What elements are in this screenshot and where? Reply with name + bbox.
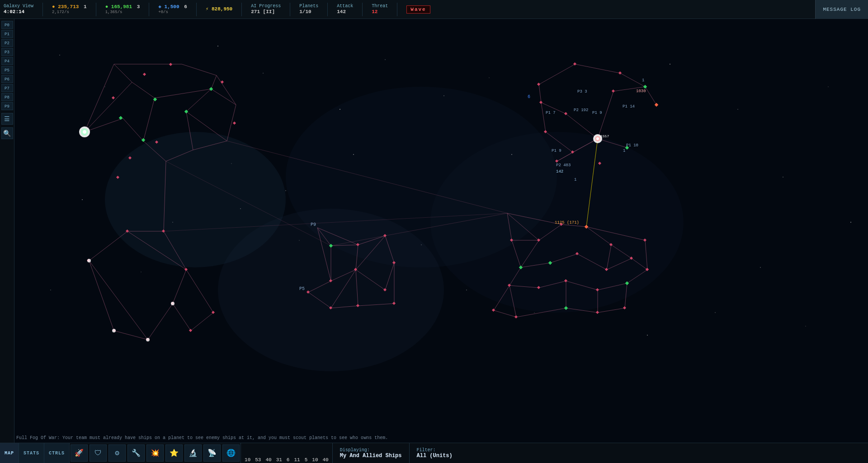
hud-ai-progress: AI Progress 271 [II] (251, 4, 281, 15)
map-svg: P9 P5 (14, 19, 868, 443)
hud-divider-5 (241, 3, 242, 16)
sidebar-btn-p8[interactable]: P8 (1, 93, 13, 101)
svg-point-20 (850, 222, 851, 223)
bottom-filter: Filter: All (Units) (410, 443, 460, 463)
svg-text:P9: P9 (311, 222, 316, 227)
svg-point-168 (87, 259, 91, 262)
svg-point-29 (466, 290, 467, 290)
svg-text:P1 7: P1 7 (546, 111, 556, 115)
ship-icon-5[interactable]: 💥 (146, 444, 164, 462)
svg-point-167 (171, 302, 175, 305)
ship-icon-8[interactable]: 📡 (203, 444, 221, 462)
ai-value: 271 [II] (251, 9, 281, 15)
metal-rate: 2,172/s (52, 10, 87, 15)
svg-point-22 (141, 271, 141, 272)
svg-point-27 (353, 154, 354, 155)
message-log-button[interactable]: MESSAGE LOG (815, 0, 868, 19)
energy-value: 828,950 (212, 6, 232, 12)
svg-point-16 (670, 64, 670, 65)
displaying-value[interactable]: My And Allied Ships (340, 453, 402, 459)
svg-point-17 (737, 109, 738, 109)
ship-icon-4[interactable]: 🔧 (127, 444, 145, 462)
hud-attack: Attack 142 (337, 4, 353, 15)
svg-point-32 (715, 312, 715, 313)
ship-icon-3[interactable]: ⚙ (108, 444, 126, 462)
fuel-value: 1,500 (165, 4, 179, 9)
filter-value[interactable]: All (Units) (417, 453, 453, 459)
tab-ctrls[interactable]: CTRLS (44, 443, 70, 463)
count-5: 6 (287, 457, 290, 463)
fuel-count: 6 (184, 4, 187, 9)
filter-label: Filter: (417, 448, 453, 453)
hud-divider-9 (397, 3, 397, 16)
sidebar-btn-p3[interactable]: P3 (1, 48, 13, 56)
galaxy-map[interactable]: P9 P5 (14, 19, 868, 443)
ship-icon-2[interactable]: 🛡 (90, 444, 107, 462)
ship-icon-9[interactable]: 🌐 (222, 444, 240, 462)
planets-label: Planets (299, 4, 318, 9)
count-2: 53 (255, 457, 261, 463)
count-4: 31 (276, 457, 282, 463)
svg-point-15 (511, 154, 512, 155)
ship-icon-1[interactable]: 🚀 (71, 444, 88, 462)
hud-divider-7 (327, 3, 328, 16)
sidebar-btn-p9[interactable]: P9 (1, 102, 13, 110)
sidebar-btn-p5[interactable]: P5 (1, 66, 13, 74)
metal-count: 1 (84, 4, 87, 9)
svg-text:P1 14: P1 14 (623, 104, 635, 109)
hud-metal: ● 235,713 1 2,172/s (52, 4, 87, 15)
crystal-value: 165,981 (111, 4, 132, 9)
svg-text:P1 9: P1 9 (552, 149, 561, 153)
svg-text:1030: 1030 (636, 89, 646, 94)
svg-point-28 (421, 244, 421, 245)
hud-divider-6 (290, 3, 290, 16)
svg-point-12 (385, 59, 385, 60)
count-9: 40 (322, 457, 328, 463)
svg-point-166 (146, 338, 150, 341)
ai-label: AI Progress (251, 4, 281, 9)
hud-divider-4 (196, 3, 197, 16)
count-7: 5 (305, 457, 308, 463)
hud-divider-3 (149, 3, 149, 16)
svg-point-155 (83, 130, 86, 134)
tab-stats[interactable]: STATS (19, 443, 44, 463)
svg-text:1: 1 (574, 178, 576, 182)
svg-text:1557: 1557 (600, 134, 609, 138)
count-3: 40 (265, 457, 271, 463)
bottom-bar: MAP STATS CTRLS 🚀 🛡 ⚙ 🔧 💥 ⭐ 🔬 📡 🌐 10 53 … (0, 443, 868, 463)
svg-point-8 (263, 73, 263, 73)
hud-divider-8 (362, 3, 363, 16)
svg-point-23 (82, 199, 83, 200)
bottom-icons-group: 🚀 🛡 ⚙ 🔧 💥 ⭐ 🔬 📡 🌐 (70, 443, 241, 463)
hud-divider-1 (42, 3, 43, 16)
svg-text:P2 403: P2 403 (556, 163, 571, 168)
sidebar-btn-p2[interactable]: P2 (1, 39, 13, 47)
svg-point-30 (534, 312, 534, 313)
count-8: 10 (312, 457, 318, 463)
hud-planets: Planets 1/10 (299, 4, 318, 15)
svg-text:P1 10: P1 10 (626, 143, 638, 148)
hud-view-title: Galaxy View 4:02:14 (4, 4, 33, 15)
attack-label: Attack (337, 4, 353, 9)
sidebar-icon-list[interactable]: ☰ (1, 113, 13, 125)
left-sidebar: P0 P1 P2 P3 P4 P5 P6 P7 P8 P9 ☰ 🔍 (0, 19, 14, 443)
bottom-numbers: 10 53 40 31 6 11 5 10 40 (241, 443, 333, 463)
sidebar-btn-p6[interactable]: P6 (1, 75, 13, 83)
ship-icon-7[interactable]: 🔬 (184, 444, 202, 462)
svg-text:P3 3: P3 3 (577, 89, 587, 94)
sidebar-btn-p4[interactable]: P4 (1, 57, 13, 65)
ship-icon-6[interactable]: ⭐ (165, 444, 183, 462)
count-1: 10 (245, 457, 250, 463)
sidebar-btn-p0[interactable]: P0 (1, 21, 13, 29)
svg-point-165 (112, 329, 116, 332)
svg-point-197 (596, 137, 599, 140)
svg-point-9 (285, 190, 286, 191)
svg-point-19 (828, 86, 828, 87)
count-6: 11 (294, 457, 300, 463)
tab-map[interactable]: MAP (0, 443, 19, 463)
sidebar-btn-p7[interactable]: P7 (1, 84, 13, 92)
fuel-rate: +0/s (158, 10, 187, 15)
crystal-count: 3 (137, 4, 140, 9)
sidebar-icon-search[interactable]: 🔍 (1, 127, 13, 139)
sidebar-btn-p1[interactable]: P1 (1, 30, 13, 38)
